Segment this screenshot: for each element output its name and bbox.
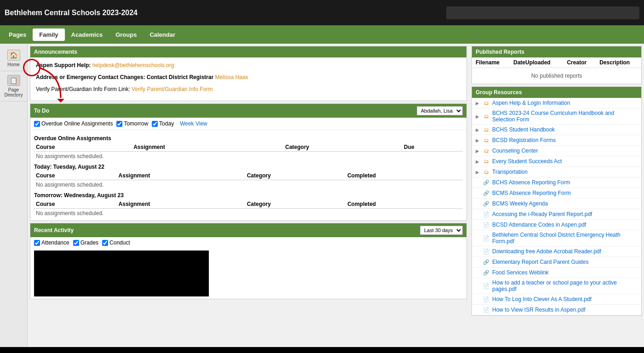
conduct-checkbox-label[interactable]: Conduct xyxy=(102,239,130,246)
verify-form-link[interactable]: Verify Parent/Guardian Info Form xyxy=(132,86,213,92)
tomorrow-table: Course Assignment Category Completed xyxy=(34,200,463,209)
resource-link[interactable]: Bethlehem Central School District Emerge… xyxy=(492,232,638,245)
resource-link[interactable]: BCHS 2023-24 Course Curriculum Handbook … xyxy=(492,110,638,123)
resource-item[interactable]: ▶🗂Counseling Center xyxy=(472,146,641,156)
resource-link[interactable]: BCSD Attendance Codes in Aspen.pdf xyxy=(492,222,586,228)
resource-link[interactable]: BCHS Absence Reporting Form xyxy=(492,179,570,186)
resource-link[interactable]: Aspen Help & Login Information xyxy=(492,100,570,106)
expand-arrow-icon: ▶ xyxy=(476,138,480,143)
resource-link[interactable]: Counseling Center xyxy=(492,148,538,154)
link-icon: 🔗 xyxy=(483,200,490,207)
resource-link[interactable]: BCHS Student Handbook xyxy=(492,126,555,133)
today-table: Course Assignment Category Completed xyxy=(34,171,463,180)
folder-icon: 🗂 xyxy=(483,158,490,165)
expand-arrow-icon: ▶ xyxy=(476,170,480,175)
resource-item[interactable]: ▶📄How To Log Into Clever As A Student.pd… xyxy=(472,294,641,305)
grades-checkbox-label[interactable]: Grades xyxy=(73,239,98,246)
resource-item[interactable]: ▶🗂Every Student Succeeds Act xyxy=(472,156,641,167)
conduct-checkbox[interactable] xyxy=(102,240,108,246)
sidebar-item-page-directory[interactable]: 📋 Page Directory xyxy=(0,71,27,102)
published-reports-box: Published Reports Filename DateUploaded … xyxy=(472,46,642,84)
resource-link[interactable]: Every Student Succeeds Act xyxy=(492,158,562,165)
resource-item[interactable]: ▶🔗BCHS Absence Reporting Form xyxy=(472,177,641,188)
resource-item[interactable]: ▶🗂Transportation xyxy=(472,167,641,177)
col-assignment-3: Assignment xyxy=(117,200,245,209)
folder-icon: 🗂 xyxy=(483,168,490,176)
col-category-2: Category xyxy=(245,171,345,180)
col-course-3: Course xyxy=(34,200,117,209)
resource-link[interactable]: Downloading free Adobe Acrobat Reader.pd… xyxy=(492,248,601,255)
nav-pages[interactable]: Pages xyxy=(2,28,33,42)
grades-checkbox[interactable] xyxy=(73,240,79,246)
resource-link[interactable]: How to View ISR Results in Aspen.pdf xyxy=(492,307,586,313)
today-checkbox[interactable] xyxy=(152,121,158,127)
col-completed-2: Completed xyxy=(345,171,463,180)
resource-item[interactable]: ▶📄How to View ISR Results in Aspen.pdf xyxy=(472,305,641,315)
col-due-1: Due xyxy=(402,143,463,152)
nav-calendar[interactable]: Calendar xyxy=(143,28,182,42)
resource-link[interactable]: BCSD Registration Forms xyxy=(492,137,556,143)
resource-link[interactable]: Accessing the i-Ready Parent Report.pdf xyxy=(492,211,592,217)
resource-item[interactable]: ▶📄BCSD Attendance Codes in Aspen.pdf xyxy=(472,220,641,230)
resource-link[interactable]: BCMS Weekly Agenda xyxy=(492,200,548,207)
resource-link[interactable]: Elementary Report Card Parent Guides xyxy=(492,259,588,265)
folder-icon: 🗂 xyxy=(483,113,490,120)
group-resources-header: Group Resources xyxy=(472,87,641,98)
reports-table: Filename DateUploaded Creator Descriptio… xyxy=(472,57,641,68)
resource-item[interactable]: ▶🔗BCMS Weekly Agenda xyxy=(472,199,641,209)
col-assignment-1: Assignment xyxy=(132,143,283,152)
overdue-checkbox[interactable] xyxy=(34,121,40,127)
activity-period-dropdown[interactable]: Last 30 days Last 7 days Last 60 days xyxy=(420,226,463,235)
nav-academics[interactable]: Academics xyxy=(65,28,109,42)
resource-item[interactable]: ▶📄Bethlehem Central School District Emer… xyxy=(472,230,641,246)
resource-item[interactable]: ▶🗂BCHS 2023-24 Course Curriculum Handboo… xyxy=(472,108,641,125)
melissa-haas-link[interactable]: Melissa Haas xyxy=(215,74,248,80)
today-label: Today xyxy=(159,120,174,127)
resource-item[interactable]: ▶📄How to add a teacher or school page to… xyxy=(472,278,641,294)
resource-item[interactable]: ▶🔗Elementary Report Card Parent Guides xyxy=(472,257,641,268)
resource-link[interactable]: Food Services Weblink xyxy=(492,269,549,276)
tomorrow-checkbox[interactable] xyxy=(116,121,122,127)
student-dropdown[interactable]: Abdallah, Lisa xyxy=(417,106,463,115)
overdue-table: Course Assignment Category Due xyxy=(34,143,463,152)
resource-item[interactable]: ▶🔗BCMS Absence Reporting Form xyxy=(472,188,641,199)
expand-arrow-icon: ▶ xyxy=(476,114,480,119)
announcement-item-1: Aspen Support Help: helpdesk@bethlehemsc… xyxy=(36,61,461,69)
col-category-1: Category xyxy=(283,143,402,152)
group-resources-box: Group Resources ▶🗂Aspen Help & Login Inf… xyxy=(472,86,642,316)
content-area: Announcements Aspen Support Help: helpde… xyxy=(28,44,644,347)
tomorrow-section-title: Tomorrow: Wednesday, August 23 xyxy=(34,192,463,199)
main-layout: 🏠 Home 📋 Page Directory Announcements As… xyxy=(0,44,644,347)
nav-groups[interactable]: Groups xyxy=(109,28,143,42)
resource-item[interactable]: ▶📄Downloading free Adobe Acrobat Reader.… xyxy=(472,246,641,257)
today-section-title: Today: Tuesday, August 22 xyxy=(34,164,463,170)
announcements-header: Announcements xyxy=(30,46,466,57)
col-assignment-2: Assignment xyxy=(117,171,245,180)
resource-link[interactable]: How to add a teacher or school page to y… xyxy=(492,279,638,292)
resource-item[interactable]: ▶🔗Food Services Weblink xyxy=(472,268,641,278)
no-reports-message: No published reports xyxy=(472,68,641,84)
attendance-checkbox[interactable] xyxy=(34,240,40,246)
week-view-link[interactable]: Week View xyxy=(180,120,207,127)
resource-link[interactable]: How To Log Into Clever As A Student.pdf xyxy=(492,296,592,302)
today-checkbox-label[interactable]: Today xyxy=(152,120,174,127)
overdue-section-title: Overdue Online Assignments xyxy=(34,135,463,142)
grades-label: Grades xyxy=(80,239,98,246)
resource-item[interactable]: ▶🗂BCHS Student Handbook xyxy=(472,125,641,135)
attendance-checkbox-label[interactable]: Attendance xyxy=(34,239,69,246)
resource-link[interactable]: Transportation xyxy=(492,169,528,175)
folder-icon: 🗂 xyxy=(483,126,490,133)
resource-item[interactable]: ▶🗂Aspen Help & Login Information xyxy=(472,98,641,108)
nav-family[interactable]: Family xyxy=(33,28,64,41)
todo-title: To Do xyxy=(34,108,49,114)
home-icon: 🏠 xyxy=(7,50,20,61)
activity-chart xyxy=(34,251,209,296)
aspen-support-link[interactable]: helpdesk@bethlehemschools.org xyxy=(92,62,174,68)
resource-item[interactable]: ▶📄Accessing the i-Ready Parent Report.pd… xyxy=(472,209,641,220)
col-completed-3: Completed xyxy=(345,200,463,209)
overdue-checkbox-label[interactable]: Overdue Online Assignments xyxy=(34,120,113,127)
tomorrow-checkbox-label[interactable]: Tomorrow xyxy=(116,120,148,127)
sidebar-item-home[interactable]: 🏠 Home xyxy=(0,46,27,71)
resource-item[interactable]: ▶🗂BCSD Registration Forms xyxy=(472,135,641,146)
resource-link[interactable]: BCMS Absence Reporting Form xyxy=(492,190,571,196)
